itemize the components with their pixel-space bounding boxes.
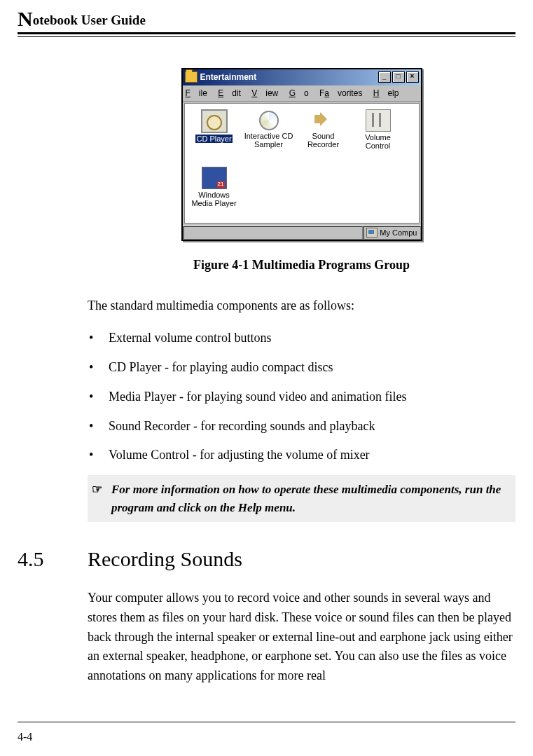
slider-icon — [366, 109, 391, 132]
list-item: CD Player - for playing audio compact di… — [88, 358, 515, 378]
header-rule — [18, 32, 515, 37]
figure-caption: Figure 4-1 Multimedia Programs Group — [88, 256, 515, 275]
window-buttons: _ □ × — [378, 71, 419, 83]
window-entertainment: Entertainment _ □ × File Edit View Go Fa… — [181, 68, 422, 241]
icon-label: Windows Media Player — [191, 191, 236, 207]
section-number: 4.5 — [18, 543, 88, 576]
statusbar: My Compu — [183, 225, 421, 240]
section-heading: 4.5 Recording Sounds — [18, 543, 515, 576]
page-header: Notebook User Guide — [18, 7, 515, 40]
note-text: For more information on how to operate t… — [111, 483, 501, 514]
icon-label: CD Player — [195, 135, 232, 143]
menu-edit[interactable]: Edit — [218, 88, 241, 98]
cd-player-icon — [201, 109, 228, 133]
status-text: My Compu — [380, 227, 417, 239]
icon-label: Volume Control — [365, 133, 391, 150]
minimize-button[interactable]: _ — [378, 71, 391, 83]
content-area: Entertainment _ □ × File Edit View Go Fa… — [88, 68, 515, 686]
list-item: Volume Control - for adjusting the volum… — [88, 446, 515, 465]
page-number: 4-4 — [18, 731, 32, 743]
status-cell-right: My Compu — [363, 226, 420, 240]
menubar: File Edit View Go Favorites Help — [183, 85, 421, 102]
wmp-icon — [202, 167, 227, 189]
pointing-hand-icon: ☞ — [92, 481, 102, 499]
list-item: Sound Recorder - for recording sounds an… — [88, 417, 515, 437]
menu-view[interactable]: View — [251, 88, 278, 98]
icon-volume-control[interactable]: Volume Control — [353, 109, 403, 164]
list-item: External volume control buttons — [88, 329, 515, 348]
window-title: Entertainment — [200, 71, 257, 84]
icon-area: CD Player Interactive CD Sampler Sound R… — [184, 103, 420, 224]
maximize-button[interactable]: □ — [392, 71, 405, 83]
menu-go[interactable]: Go — [289, 88, 309, 98]
titlebar: Entertainment _ □ × — [183, 69, 421, 85]
menu-favorites[interactable]: Favorites — [319, 88, 362, 98]
bullet-list: External volume control buttons CD Playe… — [88, 329, 515, 465]
status-cell-left — [183, 226, 364, 240]
disc-icon — [257, 109, 281, 130]
header-rest: otebook User Guide — [33, 13, 146, 27]
note-box: ☞ For more information on how to operate… — [88, 475, 515, 522]
icon-cd-player[interactable]: CD Player — [189, 109, 240, 164]
list-item: Media Player - for playing sound video a… — [88, 387, 515, 407]
close-button[interactable]: × — [406, 71, 419, 83]
menu-file[interactable]: File — [186, 88, 207, 98]
icon-label: Sound Recorder — [307, 132, 339, 149]
section-title: Recording Sounds — [88, 543, 242, 576]
intro-paragraph: The standard multimedia components are a… — [88, 296, 515, 316]
my-computer-icon — [366, 228, 378, 238]
icon-cd-sampler[interactable]: Interactive CD Sampler — [244, 109, 294, 164]
section-body: Your computer allows you to record voice… — [88, 589, 515, 686]
icon-sound-recorder[interactable]: Sound Recorder — [298, 109, 349, 164]
icon-label: Interactive CD Sampler — [244, 132, 293, 149]
icon-wmp[interactable]: Windows Media Player — [189, 167, 240, 221]
speaker-icon — [312, 109, 335, 130]
figure: Entertainment _ □ × File Edit View Go Fa… — [88, 68, 515, 246]
menu-help[interactable]: Help — [373, 88, 399, 98]
footer-rule — [18, 722, 515, 722]
header-dropcap: N — [18, 7, 33, 30]
folder-icon — [185, 71, 198, 83]
